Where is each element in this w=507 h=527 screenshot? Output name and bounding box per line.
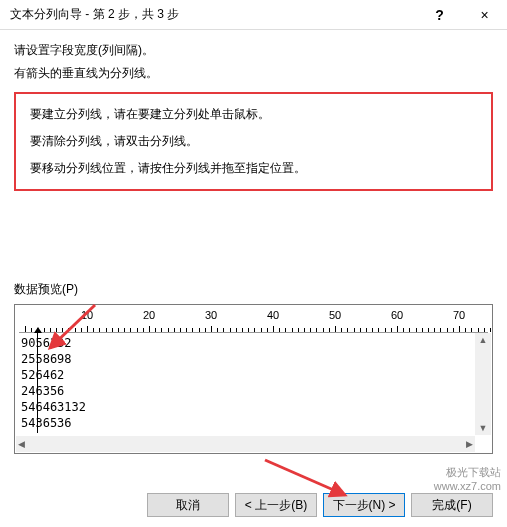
horizontal-scrollbar[interactable]: ◀ ▶ <box>16 436 475 452</box>
scroll-left-icon[interactable]: ◀ <box>16 437 27 451</box>
watermark-line-2: www.xz7.com <box>434 479 501 493</box>
table-row: 526462 <box>21 367 488 383</box>
help-button[interactable]: ? <box>417 0 462 30</box>
watermark-line-1: 极光下载站 <box>434 465 501 479</box>
table-row: 5436536 <box>21 415 488 431</box>
table-row: 246356 <box>21 383 488 399</box>
table-row: 9056232 <box>21 335 488 351</box>
titlebar-buttons: ? × <box>417 0 507 30</box>
box-line-2: 要清除分列线，请双击分列线。 <box>30 133 477 150</box>
preview-data[interactable]: 9056232255869852646224635654646313254365… <box>15 333 492 453</box>
instruction-1: 请设置字段宽度(列间隔)。 <box>14 42 493 59</box>
ruler-tick-70: 70 <box>453 309 465 321</box>
preview-box[interactable]: 10203040506070 9056232255869852646224635… <box>14 304 493 454</box>
table-row: 2558698 <box>21 351 488 367</box>
dialog-content: 请设置字段宽度(列间隔)。 有箭头的垂直线为分列线。 要建立分列线，请在要建立分… <box>0 30 507 454</box>
ruler-tick-30: 30 <box>205 309 217 321</box>
box-line-1: 要建立分列线，请在要建立分列处单击鼠标。 <box>30 106 477 123</box>
ruler[interactable]: 10203040506070 <box>19 309 488 333</box>
table-row: 546463132 <box>21 399 488 415</box>
ruler-tick-40: 40 <box>267 309 279 321</box>
ruler-tick-20: 20 <box>143 309 155 321</box>
vertical-scrollbar[interactable]: ▲ ▼ <box>475 333 491 435</box>
watermark: 极光下载站 www.xz7.com <box>434 465 501 493</box>
column-break-line[interactable] <box>37 333 38 433</box>
window-title: 文本分列向导 - 第 2 步，共 3 步 <box>10 6 179 23</box>
titlebar: 文本分列向导 - 第 2 步，共 3 步 ? × <box>0 0 507 30</box>
scroll-down-icon[interactable]: ▼ <box>477 421 490 435</box>
close-button[interactable]: × <box>462 0 507 30</box>
instruction-2: 有箭头的垂直线为分列线。 <box>14 65 493 82</box>
scroll-right-icon[interactable]: ▶ <box>464 437 475 451</box>
ruler-tick-60: 60 <box>391 309 403 321</box>
instruction-box: 要建立分列线，请在要建立分列处单击鼠标。 要清除分列线，请双击分列线。 要移动分… <box>14 92 493 191</box>
box-line-3: 要移动分列线位置，请按住分列线并拖至指定位置。 <box>30 160 477 177</box>
scroll-up-icon[interactable]: ▲ <box>477 333 490 347</box>
finish-button[interactable]: 完成(F) <box>411 493 493 517</box>
ruler-tick-50: 50 <box>329 309 341 321</box>
button-row: 取消 < 上一步(B) 下一步(N) > 完成(F) <box>147 493 493 517</box>
ruler-tick-10: 10 <box>81 309 93 321</box>
next-button[interactable]: 下一步(N) > <box>323 493 405 517</box>
cancel-button[interactable]: 取消 <box>147 493 229 517</box>
svg-line-1 <box>265 460 345 495</box>
back-button[interactable]: < 上一步(B) <box>235 493 317 517</box>
preview-label: 数据预览(P) <box>14 281 493 298</box>
